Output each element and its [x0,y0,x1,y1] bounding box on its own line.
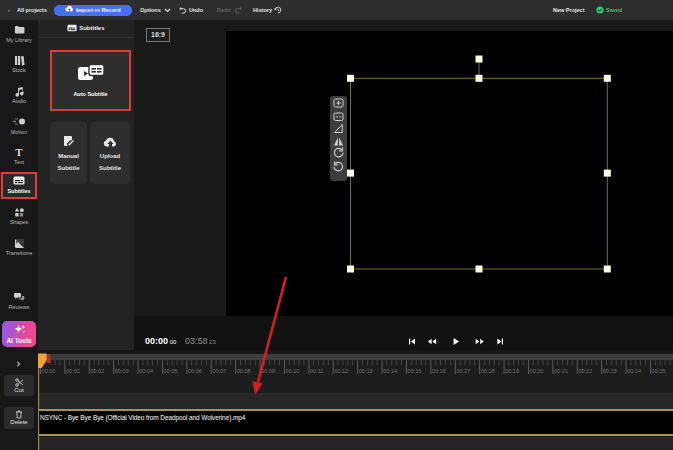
svg-text:00:14: 00:14 [383,368,397,374]
svg-text:00:21: 00:21 [554,368,568,374]
svg-text:00:07: 00:07 [212,368,226,374]
svg-text:00:06: 00:06 [188,368,202,374]
svg-text:00:13: 00:13 [359,368,373,374]
svg-text:00:23: 00:23 [603,368,617,374]
svg-text:00:24: 00:24 [627,368,641,374]
svg-text:00:12: 00:12 [334,368,348,374]
svg-text:00:03: 00:03 [115,368,129,374]
svg-text:00:02: 00:02 [90,368,104,374]
svg-text:00:22: 00:22 [578,368,592,374]
svg-text:00:19: 00:19 [505,368,519,374]
svg-text:00:16: 00:16 [432,368,446,374]
svg-text:00:04: 00:04 [139,368,153,374]
svg-text:00:25: 00:25 [652,368,666,374]
svg-text:00:18: 00:18 [481,368,495,374]
svg-text:00:17: 00:17 [456,368,470,374]
svg-text:00:05: 00:05 [164,368,178,374]
svg-text:00:20: 00:20 [530,368,544,374]
svg-text:00:15: 00:15 [408,368,422,374]
svg-text:00:11: 00:11 [310,368,323,374]
